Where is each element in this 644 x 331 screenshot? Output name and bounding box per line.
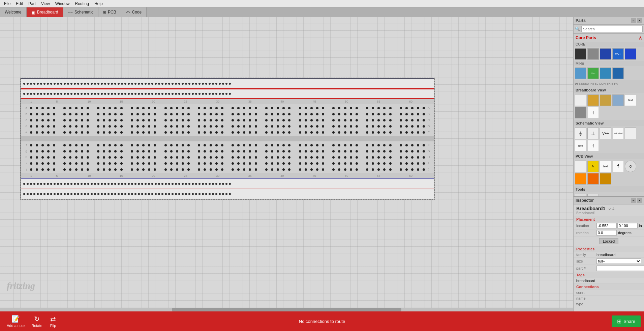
part-mine-3[interactable] [600, 67, 611, 79]
bb-part-f[interactable]: f [587, 107, 599, 118]
hole [120, 113, 123, 115]
parts-panel-minimize[interactable]: − [631, 18, 636, 23]
hole [332, 119, 335, 121]
hole [372, 119, 374, 121]
part-item-1[interactable] [575, 48, 586, 60]
part-item-2[interactable] [587, 48, 599, 60]
sch-part-gnd[interactable]: ⏚ [575, 128, 586, 139]
canvas-scrollbar-thumb[interactable] [172, 308, 401, 311]
tool-note[interactable]: 📄 [575, 194, 586, 197]
tab-breadboard[interactable]: ▣ Breadboard [27, 7, 63, 17]
hole [75, 107, 78, 109]
locked-button[interactable]: Locked [599, 238, 618, 244]
bb-part-text[interactable]: text [625, 94, 636, 106]
pcb-part-2[interactable] [575, 173, 586, 185]
power-hole [70, 83, 72, 85]
part-mine-1[interactable] [575, 67, 586, 79]
menu-part[interactable]: Part [26, 1, 38, 7]
share-button[interactable]: ⊞ Share [612, 315, 641, 327]
inspector-close[interactable]: × [637, 198, 642, 203]
pcb-part-pencil[interactable]: ✎ [587, 161, 599, 172]
breadboard[interactable]: 151015202530354045505560 aAbBcCdDeE fFgG… [21, 78, 434, 199]
tool-ruler[interactable]: cm··· [587, 194, 599, 197]
pcb-part-text[interactable]: text [600, 161, 611, 172]
pcb-part-f[interactable]: f [612, 161, 624, 172]
add-note-button[interactable]: 📝 Add a note [3, 313, 28, 329]
power-hole [47, 183, 49, 185]
part-mine-4[interactable] [612, 67, 624, 79]
sch-part-f[interactable]: f [587, 140, 599, 151]
canvas-area[interactable]: fritzing [0, 17, 573, 311]
hole [204, 113, 206, 115]
part-mine-2[interactable]: Uno [587, 67, 599, 79]
hole [136, 168, 139, 171]
menu-edit[interactable]: Edit [13, 1, 26, 7]
rotation-input[interactable] [596, 230, 617, 236]
inspector-minimize[interactable]: − [631, 198, 636, 203]
bb-part-4[interactable] [612, 94, 624, 106]
power-hole [188, 83, 190, 85]
location-x-input[interactable] [596, 223, 617, 228]
bb-part-5[interactable] [575, 107, 586, 118]
hole [255, 119, 257, 121]
power-hole [229, 83, 231, 85]
tab-pcb[interactable]: ⊞ PCB [98, 7, 121, 17]
bb-part-3[interactable] [600, 94, 611, 106]
hole [148, 156, 150, 159]
hole [243, 150, 245, 153]
menu-file[interactable]: File [1, 1, 13, 7]
hole [109, 168, 111, 171]
sch-part-5[interactable] [625, 128, 636, 139]
pcb-part-3[interactable] [587, 173, 599, 185]
menu-routing[interactable]: Routing [72, 1, 92, 7]
hole [423, 107, 425, 109]
power-hole [94, 83, 96, 85]
hole [282, 156, 285, 159]
power-hole [43, 183, 45, 185]
canvas-scrollbar[interactable] [0, 308, 573, 311]
hole [277, 113, 279, 115]
core-parts-collapse[interactable]: ∧ [639, 35, 642, 40]
bb-part-2[interactable] [587, 94, 599, 106]
hole [344, 162, 346, 165]
part-item-3[interactable] [600, 48, 611, 60]
flip-button[interactable]: ⇄ Flip [46, 313, 61, 329]
power-hole [145, 83, 147, 85]
hole [148, 131, 150, 134]
part-item-4[interactable]: XBee [612, 48, 624, 60]
pcb-part-1[interactable] [575, 161, 586, 172]
number-label: 25 [182, 100, 189, 103]
hole [114, 107, 117, 109]
sch-part-text[interactable]: text [575, 140, 586, 151]
menu-view[interactable]: View [38, 1, 53, 7]
hole [310, 150, 313, 153]
hole [198, 156, 200, 159]
size-select[interactable]: full+ [596, 258, 641, 264]
tools-title: Tools [574, 186, 644, 192]
menu-help[interactable]: Help [92, 1, 105, 7]
power-hole [215, 83, 217, 85]
hole [372, 156, 374, 159]
pcb-part-circle[interactable]: ○ [625, 161, 636, 172]
sch-part-vcc[interactable]: V++ [600, 128, 611, 139]
tab-welcome[interactable]: Welcome [0, 7, 27, 17]
hole [249, 168, 251, 171]
location-y-input[interactable] [617, 223, 638, 228]
hole [423, 131, 425, 134]
partnum-input[interactable] [596, 266, 644, 271]
bb-holes [29, 162, 426, 165]
rotate-button[interactable]: ↻ Rotate [28, 313, 45, 329]
pcb-part-4[interactable] [600, 173, 611, 185]
hole [30, 156, 32, 159]
menu-window[interactable]: Window [53, 1, 72, 7]
tab-schematic[interactable]: −·− Schematic [63, 7, 99, 17]
infinity-icon[interactable]: ∞ [575, 81, 578, 86]
sch-part-netlabel[interactable]: net label [612, 128, 624, 139]
parts-panel-close[interactable]: × [637, 18, 642, 23]
part-item-5[interactable] [625, 48, 636, 60]
tab-code[interactable]: <> Code [121, 7, 147, 17]
search-input[interactable] [581, 26, 643, 32]
power-hole [198, 93, 201, 95]
bb-part-1[interactable] [575, 94, 586, 106]
sch-part-pwr[interactable]: ⊥ [587, 128, 599, 139]
